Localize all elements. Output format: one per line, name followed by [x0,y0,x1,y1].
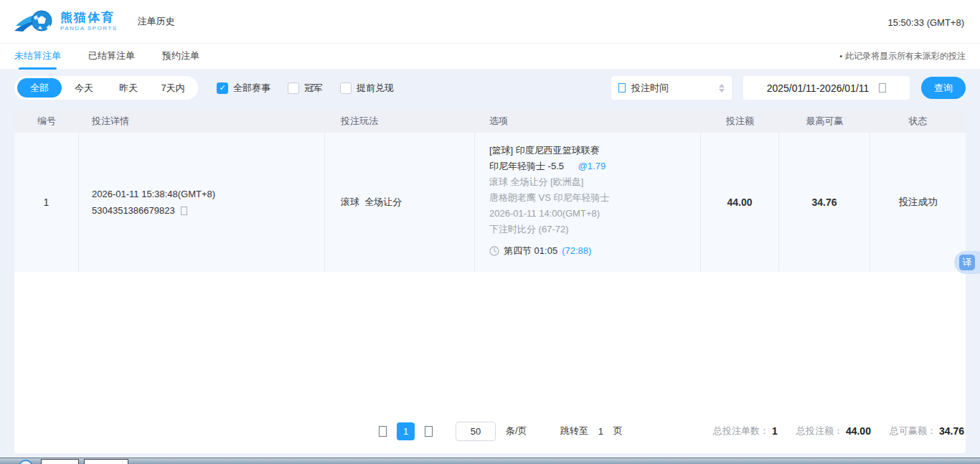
app-header: 熊猫体育 PANDA SPORTS 注单历史 15:50:33 (GMT+8) [0,0,980,43]
option-selection: 印尼年轻骑士 -5.5 [489,161,564,171]
segment-yesterday[interactable]: 昨天 [106,78,151,98]
per-page-label: 条/页 [506,425,527,437]
prev-page-button[interactable] [379,426,387,437]
date-range-input[interactable]: 2025/01/11-2026/01/11 [743,76,910,100]
option-score-at-bet: 下注时比分 (67-72) [489,222,700,237]
logo-cn-text: 熊猫体育 [60,11,118,24]
header-id: 编号 [14,115,79,128]
table-header-row: 编号 投注详情 投注玩法 选项 投注额 最高可赢 状态 [14,110,966,133]
row-status: 投注成功 [870,133,966,272]
option-match-time: 2026-01-11 14:00(GMT+8) [489,206,700,222]
header-option: 选项 [475,115,701,128]
table-footer-area: 1 条/页 跳转至 1 页 总投注单数： 1 [14,272,966,453]
bottom-window-edge [0,458,980,464]
bet-number: 5304351386679823 [92,205,175,216]
pagination: 1 条/页 跳转至 1 页 [379,422,623,441]
copy-icon[interactable] [181,207,187,215]
next-page-button[interactable] [425,426,433,437]
row-max-win: 34.76 [779,133,870,272]
page-unit-label: 页 [613,425,623,437]
sort-by-select[interactable]: 投注时间 [611,76,732,100]
sort-caret-icon [719,84,725,93]
page-number-button[interactable]: 1 [397,422,415,440]
header-max-win: 最高可赢 [779,115,870,128]
option-market: 滚球 全场让分 [欧洲盘] [489,174,700,190]
header-play-type: 投注玩法 [325,115,475,128]
header-bet-detail: 投注详情 [79,115,325,128]
checkbox-all-events[interactable]: ✓ 全部赛事 [217,82,270,95]
total-bets-value: 1 [772,425,778,437]
tab-settled-bets[interactable]: 已结算注单 [88,44,135,70]
jump-to-label: 跳转至 [560,425,588,437]
row-id: 1 [14,133,79,272]
tab-unsettled-bets[interactable]: 未结算注单 [14,44,61,70]
option-matchup: 唐格朗老鹰 VS 印尼年轻骑士 [489,190,700,206]
calendar-icon[interactable] [879,83,886,93]
tab-reserved-bets[interactable]: 预约注单 [162,44,199,70]
total-win-value: 34.76 [939,425,964,437]
query-button[interactable]: 查询 [921,77,966,99]
taskbar-item-fragment [41,459,79,464]
segment-all[interactable]: 全部 [17,78,62,98]
jump-page-value[interactable]: 1 [598,426,603,437]
checkbox-outright[interactable]: 冠军 [288,82,323,95]
bullet-icon: • [839,52,842,60]
live-period: 第四节 01:05 [504,243,557,259]
row-play-type: 滚球 全场让分 [325,133,475,272]
header-status: 状态 [870,115,966,128]
total-bets-label: 总投注单数： [713,425,769,437]
header-amount: 投注额 [701,115,779,128]
filter-bar: 全部 今天 昨天 7天内 ✓ 全部赛事 冠军 提前兑现 投注时间 [14,76,966,100]
tab-bar: 未结算注单 已结算注单 预约注单 •此记录将显示所有未派彩的投注 [0,43,980,69]
panda-sports-logo[interactable]: 熊猫体育 PANDA SPORTS [14,7,118,36]
row-bet-detail: 2026-01-11 15:38:48(GMT+8) 5304351386679… [79,133,325,272]
total-amount-label: 总投注额： [796,425,843,437]
total-amount-value: 44.00 [846,425,871,437]
server-time: 15:50:33 (GMT+8) [887,17,964,28]
segment-7days[interactable]: 7天内 [151,78,195,98]
tab-note: •此记录将显示所有未派彩的投注 [839,50,966,62]
checkbox-cashout[interactable]: 提前兑现 [340,82,394,95]
bets-table: 编号 投注详情 投注玩法 选项 投注额 最高可赢 状态 1 2026-01-11… [14,110,966,453]
checkbox-checked-icon[interactable]: ✓ [217,82,228,94]
checkbox-unchecked-icon[interactable] [340,82,352,94]
checkbox-unchecked-icon[interactable] [288,82,299,94]
row-option: [篮球] 印度尼西亚篮球联赛 印尼年轻骑士 -5.5 @1.79 滚球 全场让分… [475,133,701,272]
main-content: 全部 今天 昨天 7天内 ✓ 全部赛事 冠军 提前兑现 投注时间 [0,76,980,453]
page-title: 注单历史 [138,15,175,28]
taskbar-logo-fragment [19,460,33,464]
page-size-input[interactable] [456,422,496,441]
sort-field-icon [618,83,626,93]
live-score: (72:88) [562,243,591,259]
row-amount: 44.00 [701,133,779,272]
clock-icon [489,246,499,256]
prev-page-icon [379,426,387,437]
translate-button[interactable]: 译 [954,251,980,274]
panda-logo-icon [14,7,56,36]
translate-icon: 译 [959,255,975,270]
next-page-icon [425,426,433,437]
bet-time: 2026-01-11 15:38:48(GMT+8) [92,189,324,199]
option-odds[interactable]: @1.79 [578,161,606,171]
logo-en-text: PANDA SPORTS [60,26,118,32]
segment-today[interactable]: 今天 [62,78,106,98]
total-win-label: 总可赢额： [890,425,936,437]
option-league: [篮球] 印度尼西亚篮球联赛 [489,143,700,158]
table-row: 1 2026-01-11 15:38:48(GMT+8) 53043513866… [14,133,966,272]
totals-summary: 总投注单数： 1 总投注额： 44.00 总可赢额： 34.76 [713,425,964,437]
date-range-segment: 全部 今天 昨天 7天内 [14,76,198,100]
taskbar-item-fragment [84,459,128,464]
